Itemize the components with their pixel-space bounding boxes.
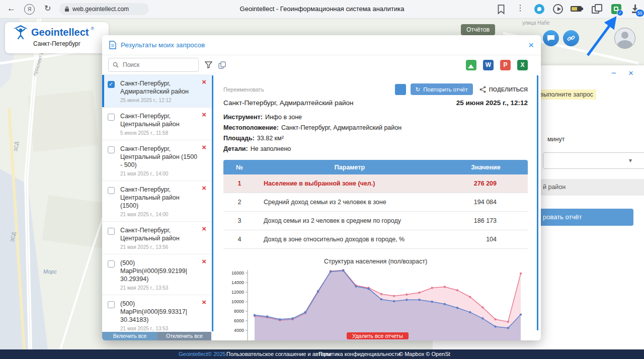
footer-terms-link[interactable]: Пользовательское соглашение и авторы bbox=[226, 349, 331, 359]
export-word-icon[interactable] bbox=[483, 60, 494, 70]
list-item[interactable]: × Санкт-Петербург, Центральный район 5 и… bbox=[102, 108, 211, 140]
share-button[interactable]: ПОДЕЛИТЬСЯ bbox=[479, 86, 528, 93]
detail-scrollbar[interactable] bbox=[537, 75, 538, 330]
report-title: Санкт-Петербург, Адмиралтейский район bbox=[120, 79, 199, 96]
svg-text:14000: 14000 bbox=[231, 280, 244, 285]
disable-all-button[interactable]: Отключить все bbox=[157, 332, 211, 340]
table-row: 1 Население в выбранной зоне (чел.) 276 … bbox=[223, 174, 528, 193]
browser-profile-icon[interactable]: Я bbox=[24, 4, 35, 15]
field-label: Площадь: bbox=[223, 135, 255, 142]
svg-text:10000: 10000 bbox=[231, 299, 244, 304]
delete-report-icon[interactable]: × bbox=[202, 298, 206, 306]
downloads-icon[interactable]: 55 bbox=[630, 4, 640, 14]
browser-chrome: ← Я ↻ web.geointellect.com Geointellect … bbox=[0, 0, 644, 19]
report-checkbox[interactable] bbox=[108, 301, 115, 308]
field-value: Инфо в зоне bbox=[265, 114, 302, 121]
detail-action-button[interactable] bbox=[395, 84, 406, 95]
address-bar[interactable]: web.geointellect.com bbox=[59, 3, 149, 15]
filter-icon[interactable] bbox=[205, 61, 212, 68]
cell-num: 2 bbox=[223, 193, 256, 212]
query-panel: − × выполните запрос минут ▾ й район ров… bbox=[537, 65, 644, 331]
footer-map-attribution[interactable]: © Mapbox © OpenSt bbox=[399, 349, 450, 359]
report-date: 25 июня 2025 г., 12:12 bbox=[120, 98, 199, 103]
delete-report-icon[interactable]: × bbox=[202, 257, 206, 265]
extension-play-icon[interactable] bbox=[553, 4, 563, 14]
extension-check-badge: ✓ bbox=[617, 10, 623, 16]
feedback-button[interactable] bbox=[543, 30, 559, 46]
panel-minimize-icon[interactable]: − bbox=[611, 68, 616, 78]
list-item[interactable]: × Санкт-Петербург, Центральный район (15… bbox=[102, 140, 211, 181]
share-label: ПОДЕЛИТЬСЯ bbox=[489, 86, 528, 93]
report-date: 21 мая 2025 г., 13:53 bbox=[120, 285, 199, 291]
report-title: Санкт-Петербург, Центральный район (1500… bbox=[120, 145, 199, 169]
report-checkbox[interactable] bbox=[108, 146, 115, 153]
refresh-icon[interactable]: ↻ bbox=[44, 4, 51, 13]
delete-report-icon[interactable]: × bbox=[202, 143, 206, 151]
svg-text:16000: 16000 bbox=[231, 271, 244, 276]
report-date: 21 мая 2025 г., 14:00 bbox=[120, 212, 199, 217]
panel-dropdown[interactable]: ▾ bbox=[543, 152, 644, 169]
report-list: × Санкт-Петербург, Адмиралтейский район … bbox=[102, 74, 211, 340]
generate-report-button[interactable]: ровать отчёт bbox=[537, 209, 633, 226]
chevron-down-icon: ▾ bbox=[629, 157, 632, 164]
footer-copyright[interactable]: Geointellect© 2025 bbox=[179, 349, 226, 359]
detail-field: Местоположение:Санкт-Петербург, Адмиралт… bbox=[223, 124, 528, 131]
city-label[interactable]: Санкт-Петербург bbox=[5, 40, 109, 47]
delete-all-button[interactable]: Удалить все отчеты bbox=[347, 332, 409, 339]
rename-link[interactable]: Переименовать bbox=[223, 86, 264, 93]
col-header-param: Параметр bbox=[256, 160, 444, 174]
back-icon[interactable]: ← bbox=[7, 4, 16, 14]
report-title: (500) MapPin(#000|59.92199| 30.29394) bbox=[120, 259, 199, 283]
search-input[interactable] bbox=[122, 61, 189, 69]
browser-menu-icon[interactable]: ⋮ bbox=[516, 3, 522, 13]
search-icon bbox=[113, 62, 119, 68]
report-title: (500) MapPin(#000|59.93317| 30.34183) bbox=[120, 300, 199, 324]
report-date: 21 мая 2025 г., 13:53 bbox=[120, 326, 199, 331]
svg-text:8000: 8000 bbox=[234, 309, 244, 314]
chart-canvas: 16000140001200010000800060004000 bbox=[223, 268, 528, 340]
results-modal: Результаты моих запросов × bbox=[102, 35, 541, 340]
logo-text[interactable]: Geointellect bbox=[31, 27, 89, 38]
enable-all-button[interactable]: Включить все bbox=[102, 332, 157, 340]
list-item[interactable]: × Санкт-Петербург, Центральный район (15… bbox=[102, 181, 211, 222]
logo-figure-icon bbox=[12, 25, 29, 39]
search-box[interactable] bbox=[108, 58, 199, 72]
parameters-table: № Параметр Значение 1 Население в выбран… bbox=[223, 160, 528, 249]
share-link-button[interactable] bbox=[563, 30, 579, 46]
extension-blue-icon[interactable] bbox=[534, 4, 544, 14]
detail-field: Инструмент:Инфо в зоне bbox=[223, 114, 528, 121]
extension-green-icon[interactable]: ✓ bbox=[611, 4, 621, 14]
modal-close-icon[interactable]: × bbox=[528, 40, 534, 51]
list-item[interactable]: × (500) MapPin(#000|59.93317| 30.34183) … bbox=[102, 295, 211, 336]
export-buttons bbox=[466, 60, 535, 70]
cell-num: 1 bbox=[223, 174, 256, 193]
delete-report-icon[interactable]: × bbox=[202, 224, 206, 233]
delete-report-icon[interactable]: × bbox=[202, 77, 206, 86]
export-pdf-icon[interactable] bbox=[500, 60, 511, 70]
report-checkbox[interactable] bbox=[108, 81, 115, 88]
bookmark-icon[interactable] bbox=[496, 5, 506, 15]
extension-tabs-icon[interactable] bbox=[592, 4, 602, 14]
report-checkbox[interactable] bbox=[108, 228, 115, 235]
list-item[interactable]: × Санкт-Петербург, Центральный район 21 … bbox=[102, 222, 211, 254]
avatar[interactable] bbox=[614, 28, 635, 49]
document-icon bbox=[109, 41, 116, 49]
delete-report-icon[interactable]: × bbox=[202, 110, 206, 119]
list-item[interactable]: × Санкт-Петербург, Адмиралтейский район … bbox=[102, 75, 211, 108]
footer-privacy-link[interactable]: Политика конфиденциальности bbox=[318, 349, 400, 359]
export-image-icon[interactable] bbox=[466, 60, 476, 70]
report-checkbox[interactable] bbox=[108, 114, 115, 121]
cell-num: 4 bbox=[223, 230, 256, 249]
export-excel-icon[interactable] bbox=[517, 60, 528, 70]
district-field[interactable]: й район bbox=[537, 179, 644, 196]
list-scrollbar[interactable] bbox=[212, 75, 213, 331]
cell-param: Доход в зоне относительно доходов в горо… bbox=[256, 230, 444, 249]
panel-close-icon[interactable]: × bbox=[628, 68, 633, 78]
list-item[interactable]: × (500) MapPin(#000|59.92199| 30.29394) … bbox=[102, 254, 211, 295]
repeat-report-button[interactable]: ↻Повторить отчёт bbox=[411, 83, 473, 95]
report-checkbox[interactable] bbox=[108, 260, 115, 267]
copy-icon[interactable] bbox=[218, 61, 226, 69]
delete-report-icon[interactable]: × bbox=[202, 184, 206, 192]
report-checkbox[interactable] bbox=[108, 187, 115, 194]
extension-battery-icon[interactable] bbox=[571, 6, 582, 12]
